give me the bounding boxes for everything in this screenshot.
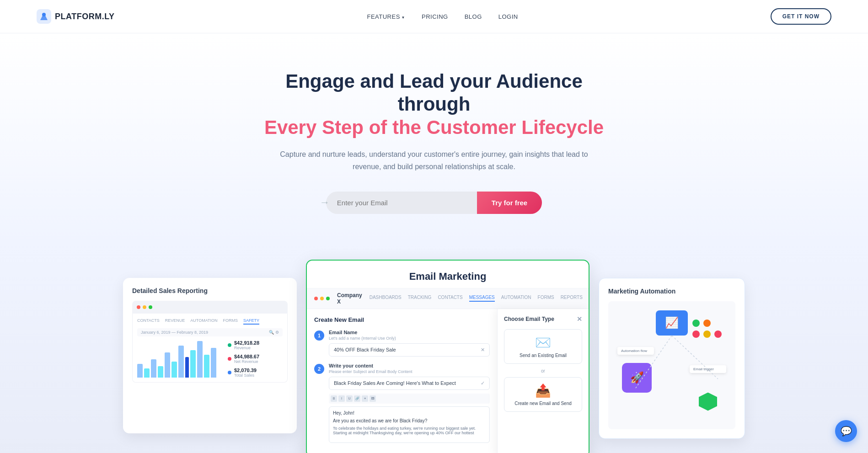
form-step-2: 2 Write your content Please enter Subjec…: [314, 363, 490, 443]
send-existing-label: Send an Existing Email: [510, 353, 576, 358]
chat-icon: 💬: [841, 426, 852, 437]
subject-icon: ✓: [481, 380, 485, 386]
panel-title-text: Choose Email Type: [504, 316, 554, 322]
stats-list: $42,918.28 Revenue $44,988.67 Net Revenu…: [228, 340, 283, 378]
chart-area: $42,918.28 Revenue $44,988.67 Net Revenu…: [137, 340, 283, 378]
email-tab-automation[interactable]: AUTOMATION: [501, 295, 531, 302]
email-nav-tabs: DASHBOARDS TRACKING CONTACTS MESSAGES AU…: [370, 295, 583, 302]
stat-dot-blue: [228, 371, 231, 374]
email-content: Create New Email 1 Email Name Let's add …: [307, 309, 589, 453]
dot-green-1: [692, 320, 700, 327]
editor-btn-image[interactable]: 🖼: [370, 395, 376, 402]
email-dot-red: [314, 297, 318, 300]
email-tab-messages[interactable]: MESSAGES: [469, 295, 495, 302]
send-existing-option[interactable]: ✉️ Send an Existing Email: [504, 329, 582, 364]
nav-blog[interactable]: BLOG: [465, 13, 482, 20]
step-1-num: 1: [314, 330, 324, 341]
sales-inner: CONTACTS REVENUE AUTOMATION FORMS SAFETY…: [132, 314, 288, 383]
create-new-icon: 📤: [510, 383, 576, 398]
logo-icon: [37, 9, 51, 24]
email-input[interactable]: [326, 192, 477, 214]
email-name-value: 40% OFF Black Friday Sale: [334, 347, 396, 352]
bar-8: [185, 357, 189, 378]
dot-yellow-1: [703, 330, 711, 338]
tab-automation[interactable]: AUTOMATION: [190, 318, 217, 325]
email-tab-contacts[interactable]: CONTACTS: [438, 295, 462, 302]
email-name-field[interactable]: 40% OFF Black Friday Sale ✕: [329, 343, 490, 357]
date-icons: 🔍 ⚙: [269, 330, 279, 335]
step-2-label: Write your content: [329, 363, 490, 368]
email-tab-tracking[interactable]: TRACKING: [408, 295, 432, 302]
editor-toolbar: B I U 🔗 ≡ 🖼: [329, 394, 490, 404]
sales-reporting-card: Detailed Sales Reporting CONTACTS REVENU…: [123, 278, 297, 433]
send-existing-icon: ✉️: [510, 335, 576, 350]
bar-1: [137, 364, 143, 378]
create-new-option[interactable]: 📤 Create new Email and Send: [504, 377, 582, 412]
bar-chart: [137, 341, 222, 378]
tab-safety[interactable]: SAFETY: [243, 318, 259, 325]
bar-7: [178, 346, 184, 378]
email-tab-reports[interactable]: REPORTS: [561, 295, 583, 302]
nav-login[interactable]: LOGIN: [498, 13, 518, 20]
hero-form: → Try for free: [9, 192, 859, 214]
email-browser-dots: [314, 297, 330, 300]
browser-dot-yellow: [143, 305, 146, 309]
logo[interactable]: PLATFORM.ly: [37, 9, 115, 24]
bar-12: [211, 348, 216, 378]
step-2-content: Write your content Please enter Subject …: [329, 363, 490, 443]
bar-6: [171, 362, 177, 378]
dot-row-2: [692, 330, 722, 338]
stat-dot-red: [228, 357, 231, 361]
node-chart-icon: 📈: [665, 316, 679, 329]
stat-total-sales: $2,070.39 Total Sales: [228, 368, 283, 378]
nav-pricing[interactable]: PRICING: [422, 13, 448, 20]
automation-title: Marketing Automation: [608, 288, 735, 295]
try-for-free-button[interactable]: Try for free: [477, 192, 542, 214]
automation-node-purple[interactable]: 🚀: [622, 363, 652, 393]
step-1-label: Email Name: [329, 330, 490, 335]
mini-card-1: Automation flow: [617, 347, 654, 355]
hexagon-shape: [699, 393, 717, 411]
automation-card: Marketing Automation 📈 🚀: [599, 278, 745, 439]
editor-btn-bold[interactable]: B: [331, 395, 337, 402]
automation-node-blue[interactable]: 📈: [656, 310, 688, 336]
nav-features[interactable]: FEATURES: [367, 13, 405, 20]
create-email-title: Create New Email: [314, 316, 490, 323]
tab-contacts[interactable]: CONTACTS: [137, 318, 160, 325]
bar-3: [151, 359, 156, 378]
bar-5: [165, 352, 170, 378]
svg-point-2: [42, 13, 46, 16]
panel-title: Choose Email Type ✕: [504, 315, 582, 323]
browser-dot-green: [149, 305, 152, 309]
or-divider: or: [504, 368, 582, 373]
email-dot-yellow: [320, 297, 324, 300]
stat-revenue-content: $42,918.28 Revenue: [234, 340, 259, 350]
email-card-title: Email Marketing: [307, 261, 589, 288]
panel-close-button[interactable]: ✕: [577, 315, 582, 323]
email-type-panel: Choose Email Type ✕ ✉️ Send an Existing …: [497, 309, 589, 453]
chat-bubble[interactable]: 💬: [835, 420, 857, 442]
subject-value: Black Friday Sales Are Coming! Here's Wh…: [334, 380, 456, 386]
email-form-panel: Create New Email 1 Email Name Let's add …: [307, 309, 497, 453]
editor-btn-list[interactable]: ≡: [362, 395, 368, 402]
arrow-decoration: →: [320, 197, 330, 208]
tab-forms[interactable]: FORMS: [223, 318, 238, 325]
editor-btn-link[interactable]: 🔗: [354, 395, 360, 402]
step-1-hint: Let's add a name (Internal Use Only): [329, 336, 490, 341]
editor-btn-italic[interactable]: I: [338, 395, 345, 402]
step-2-num: 2: [314, 364, 324, 374]
body-line2: Are you as excited as we are for Black F…: [333, 418, 486, 423]
form-step-1: 1 Email Name Let's add a name (Internal …: [314, 330, 490, 357]
create-new-label: Create new Email and Send: [510, 401, 576, 406]
hero-section: Engage and Lead your Audience through Ev…: [0, 33, 868, 241]
email-marketing-card: Email Marketing Company X DASHBOARDS TRA…: [306, 260, 589, 453]
company-name: Company X: [337, 292, 362, 305]
get-it-now-button[interactable]: GET IT NOW: [771, 8, 831, 25]
subject-field[interactable]: Black Friday Sales Are Coming! Here's Wh…: [329, 377, 490, 390]
email-tab-forms[interactable]: FORMS: [538, 295, 554, 302]
bar-4: [158, 366, 163, 378]
editor-btn-underline[interactable]: U: [346, 395, 353, 402]
email-tab-dashboards[interactable]: DASHBOARDS: [370, 295, 402, 302]
email-body[interactable]: Hey, John! Are you as excited as we are …: [329, 406, 490, 443]
tab-revenue[interactable]: REVENUE: [165, 318, 185, 325]
